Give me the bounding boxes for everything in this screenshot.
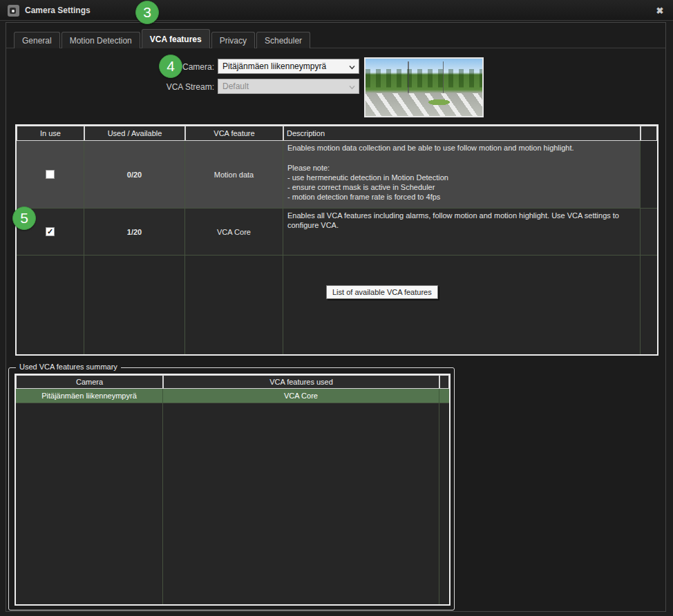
tooltip: List of available VCA features [326, 285, 438, 299]
empty-cell [185, 256, 283, 354]
close-icon[interactable]: ✖ [654, 5, 666, 17]
motion-data-description: Enables motion data collection and be ab… [283, 141, 641, 209]
motion-data-checkbox[interactable] [46, 170, 55, 179]
table-row-motion-data-checkbox-cell [17, 141, 84, 209]
used-vca-summary-table: Camera VCA features used Pitäjänmäen lii… [15, 374, 451, 606]
tab-bar: General Motion Detection VCA features Pr… [14, 29, 312, 48]
step-badge-3: 3 [135, 1, 159, 24]
motion-data-feature-name: Motion data [185, 141, 283, 209]
camera-icon [8, 5, 19, 17]
summary-row-camera[interactable]: Pitäjänmäen liikenneympyrä [16, 389, 163, 403]
summary-column-header-features-used: VCA features used [163, 375, 439, 389]
tab-general[interactable]: General [14, 32, 60, 48]
groupbox-legend: Used VCA features summary [16, 363, 121, 371]
tab-scheduler[interactable]: Scheduler [256, 32, 310, 48]
motion-data-used-available: 0/20 [84, 141, 185, 209]
empty-cell [283, 256, 641, 354]
empty-cell [84, 256, 185, 354]
chevron-down-icon [349, 64, 355, 70]
summary-row-features-used[interactable]: VCA Core [163, 389, 439, 403]
used-vca-summary-groupbox: Used VCA features summary Camera VCA fea… [8, 367, 455, 610]
vca-core-description: Enables all VCA features including alarm… [283, 209, 641, 256]
step-badge-4: 4 [159, 55, 182, 78]
column-header-used-available: Used / Available [84, 126, 185, 141]
empty-cell [17, 256, 84, 354]
empty-cell [163, 403, 439, 604]
tab-motion-detection[interactable]: Motion Detection [61, 32, 140, 48]
vca-core-feature-name: VCA Core [185, 209, 283, 256]
vca-features-table: In use Used / Available VCA feature Desc… [15, 124, 658, 356]
column-header-vca-feature: VCA feature [185, 126, 283, 141]
tab-vca-features[interactable]: VCA features [142, 29, 210, 48]
empty-cell [641, 256, 657, 354]
camera-select-value: Pitäjänmäen liikenneympyrä [222, 61, 326, 71]
summary-column-header-spacer [439, 375, 449, 389]
empty-cell [16, 403, 163, 604]
vca-stream-select-value: Default [222, 81, 249, 91]
chevron-down-icon [349, 84, 355, 90]
empty-cell [439, 403, 449, 604]
vca-stream-label: VCA Stream: [131, 82, 214, 92]
camera-select[interactable]: Pitäjänmäen liikenneympyrä [218, 59, 359, 74]
vca-core-checkbox[interactable]: ✓ [46, 227, 55, 236]
motion-data-spacer-cell [641, 141, 657, 209]
tab-privacy[interactable]: Privacy [211, 32, 255, 48]
camera-settings-window: Camera Settings ✖ General Motion Detecti… [0, 0, 673, 616]
vca-stream-select[interactable]: Default [218, 79, 359, 94]
column-header-spacer [641, 126, 657, 141]
column-header-in-use: In use [17, 126, 84, 141]
summary-row-spacer [439, 389, 449, 403]
vca-core-spacer-cell [641, 209, 657, 256]
camera-preview-thumbnail [364, 57, 484, 117]
step-badge-5: 5 [12, 206, 36, 230]
vca-core-used-available: 1/20 [84, 209, 185, 256]
column-header-description: Description [283, 126, 641, 141]
window-title: Camera Settings [25, 6, 91, 15]
summary-column-header-camera: Camera [16, 375, 163, 389]
title-bar: Camera Settings ✖ [0, 0, 673, 21]
